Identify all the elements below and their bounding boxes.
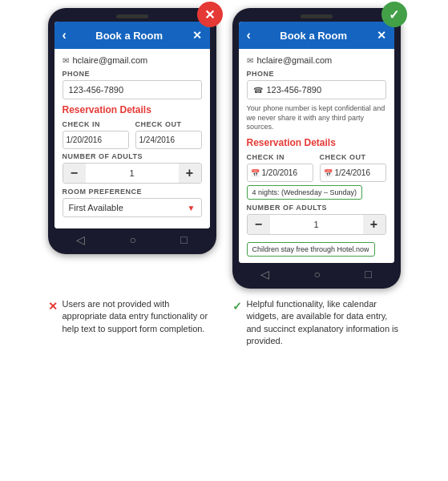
good-back-nav-icon[interactable]: ◁	[260, 268, 269, 281]
bad-phone-device: ‹ Book a Room ✕ ✉ hclaire@gmail.com PHON…	[48, 8, 216, 254]
bad-adults-stepper: − 1 +	[63, 163, 202, 184]
good-section-title: Reservation Details	[247, 137, 386, 148]
bad-email-icon: ✉	[63, 56, 69, 65]
bad-home-nav-icon[interactable]: ○	[130, 233, 136, 246]
bad-close-button[interactable]: ✕	[192, 29, 202, 42]
bad-increase-adults[interactable]: +	[179, 164, 201, 183]
bad-checkin-label: CHECK IN	[63, 120, 129, 128]
bad-app-body: ✉ hclaire@gmail.com PHONE 123-456-7890 R…	[54, 49, 210, 228]
good-caption: ✓ Helpful functionality, like calendar w…	[232, 298, 401, 348]
bad-checkout-input[interactable]: 1/24/2016	[135, 131, 202, 149]
bad-section-title: Reservation Details	[63, 104, 202, 115]
good-children-badge-wrapper: Children stay free through Hotel.now	[247, 239, 386, 257]
good-phone-help-text: Your phone number is kept confidential a…	[247, 104, 386, 132]
good-decrease-adults[interactable]: −	[248, 215, 270, 234]
bad-email-value: hclaire@gmail.com	[73, 55, 148, 65]
good-checkin-row: CHECK IN 📅 1/20/2016 CHECK OUT 📅 1/24/20…	[247, 153, 386, 182]
good-adults-stepper: − 1 +	[247, 214, 386, 235]
good-caption-icon: ✓	[232, 299, 242, 315]
good-app-body: ✉ hclaire@gmail.com PHONE ☎ 123-456-7890…	[239, 49, 394, 263]
bad-checkin-value: 1/20/2016	[67, 135, 103, 144]
bad-adults-value: 1	[86, 168, 179, 178]
bad-email-row: ✉ hclaire@gmail.com	[63, 55, 202, 65]
bad-phone-input[interactable]: 123-456-7890	[63, 80, 202, 99]
good-app-header: ‹ Book a Room ✕	[239, 22, 394, 49]
good-phone-screen: ‹ Book a Room ✕ ✉ hclaire@gmail.com PHON…	[239, 22, 394, 263]
good-phone-value: 123-456-7890	[267, 85, 322, 95]
bad-checkin-field: CHECK IN 1/20/2016	[63, 120, 129, 149]
bad-phone-bottom-bar: ◁ ○ □	[54, 228, 210, 248]
bad-phone-wrapper: ✕ ‹ Book a Room ✕ ✉ hclaire@gmail.com	[48, 8, 216, 254]
good-email-value: hclaire@gmail.com	[257, 55, 333, 65]
good-phone-input-row[interactable]: ☎ 123-456-7890	[247, 80, 386, 99]
good-children-badge-text: Children stay free through Hotel.now	[247, 242, 375, 257]
caption-row: ✕ Users are not provided with appropriat…	[8, 298, 440, 348]
bad-adults-row: NUMBER OF ADULTS − 1 +	[63, 152, 202, 184]
good-phone-label: PHONE	[247, 70, 386, 78]
bad-room-pref-field: ROOM PREFERENCE First Available ▼	[63, 188, 202, 217]
bad-phone-speaker	[116, 14, 148, 18]
good-recents-nav-icon[interactable]: □	[365, 268, 371, 281]
good-checkout-field: CHECK OUT 📅 1/24/2016	[320, 153, 386, 182]
bad-checkin-row: CHECK IN 1/20/2016 CHECK OUT 1/24/2016	[63, 120, 202, 149]
bad-decrease-adults[interactable]: −	[63, 164, 86, 183]
bad-back-nav-icon[interactable]: ◁	[76, 233, 85, 246]
good-adults-row: NUMBER OF ADULTS − 1 +	[247, 204, 386, 235]
good-email-icon: ✉	[247, 56, 253, 65]
bad-phone-screen: ‹ Book a Room ✕ ✉ hclaire@gmail.com PHON…	[54, 22, 210, 228]
good-nights-badge: 4 nights: (Wednesday – Sunday)	[247, 185, 386, 204]
good-checkin-value: 1/20/2016	[262, 168, 298, 177]
good-checkin-label: CHECK IN	[247, 153, 313, 161]
good-increase-adults[interactable]: +	[363, 215, 385, 234]
good-header-title: Book a Room	[280, 30, 347, 42]
good-home-nav-icon[interactable]: ○	[314, 268, 321, 281]
bad-recents-nav-icon[interactable]: □	[180, 233, 187, 246]
bad-phone-label: PHONE	[63, 70, 202, 78]
bad-caption: ✕ Users are not provided with appropriat…	[48, 298, 216, 348]
bad-phone-top-bar	[54, 14, 210, 18]
good-close-button[interactable]: ✕	[377, 29, 386, 42]
good-phone-top-bar	[239, 14, 394, 18]
bad-app-header: ‹ Book a Room ✕	[54, 22, 210, 49]
good-phone-bottom-bar: ◁ ○ □	[239, 263, 394, 282]
bad-checkin-input[interactable]: 1/20/2016	[63, 131, 129, 149]
good-phone-icon: ☎	[253, 86, 263, 95]
bad-checkout-label: CHECK OUT	[135, 120, 202, 128]
good-checkout-input[interactable]: 📅 1/24/2016	[320, 164, 386, 182]
good-adults-label: NUMBER OF ADULTS	[247, 204, 386, 212]
good-back-arrow[interactable]: ‹	[247, 28, 251, 42]
bad-status-icon: ✕	[197, 2, 223, 27]
good-email-row: ✉ hclaire@gmail.com	[247, 55, 386, 65]
bad-header-title: Book a Room	[95, 30, 163, 42]
bad-adults-label: NUMBER OF ADULTS	[63, 152, 202, 160]
good-adults-value: 1	[270, 220, 363, 229]
good-checkin-input[interactable]: 📅 1/20/2016	[247, 164, 313, 182]
good-checkout-calendar-icon: 📅	[324, 169, 333, 177]
bad-room-select[interactable]: First Available ▼	[63, 198, 202, 217]
bad-caption-text: Users are not provided with appropriate …	[63, 298, 216, 335]
bad-caption-icon: ✕	[48, 299, 58, 315]
good-phone-speaker	[301, 14, 333, 18]
good-caption-text: Helpful functionality, like calendar wid…	[247, 298, 401, 348]
good-nights-badge-text: 4 nights: (Wednesday – Sunday)	[247, 185, 362, 200]
good-status-icon: ✓	[381, 2, 407, 27]
bad-checkout-value: 1/24/2016	[139, 135, 176, 144]
bad-checkout-field: CHECK OUT 1/24/2016	[135, 120, 202, 149]
good-phone-device: ‹ Book a Room ✕ ✉ hclaire@gmail.com PHON…	[232, 8, 401, 289]
bad-room-value: First Available	[69, 203, 123, 212]
good-checkout-value: 1/24/2016	[335, 168, 371, 177]
good-checkout-label: CHECK OUT	[320, 153, 386, 161]
good-phone-wrapper: ✓ ‹ Book a Room ✕ ✉ hclaire@gmail.com	[232, 8, 401, 289]
bad-back-arrow[interactable]: ‹	[63, 28, 67, 42]
good-checkin-field: CHECK IN 📅 1/20/2016	[247, 153, 313, 182]
bad-room-label: ROOM PREFERENCE	[63, 188, 202, 196]
bad-dropdown-arrow-icon: ▼	[188, 204, 196, 212]
good-checkin-calendar-icon: 📅	[251, 169, 260, 177]
